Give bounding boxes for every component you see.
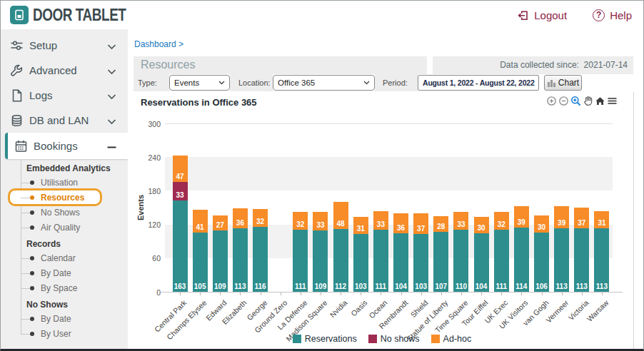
database-icon (10, 113, 24, 127)
sidebar-item-db-and-lan[interactable]: DB and LAN (1, 108, 128, 133)
bar-segment-ad-hoc: 37 (574, 208, 589, 228)
bar-value-label: 33 (313, 221, 328, 229)
bar-segment-ad-hoc: 39 (554, 206, 569, 228)
bar-segment-ad-hoc: 41 (193, 210, 208, 233)
type-label: Type: (134, 74, 169, 91)
bar-segment-reservations: 104 (393, 233, 408, 292)
legend-item-reservations[interactable]: Reservations (293, 334, 357, 344)
bar-segment-reservations: 113 (233, 228, 248, 292)
bar-value-label: 39 (514, 218, 529, 226)
submenu-item-by-user[interactable]: By User (1, 326, 128, 341)
submenu-item-by-date[interactable]: By Date (1, 311, 128, 326)
bar-segment-ad-hoc: 33 (373, 211, 388, 230)
y-tick-label: 0 (139, 288, 161, 297)
bar-segment-reservations: 111 (373, 230, 388, 292)
expand-chevron-icon (107, 89, 116, 101)
bar-value-label: 107 (433, 283, 448, 290)
bar-value-label: 31 (353, 225, 368, 233)
bar-value-label: 32 (253, 218, 268, 225)
submenu-group-no-shows: No Shows (1, 295, 128, 311)
bar-value-label: 114 (514, 283, 529, 290)
sliders-icon (10, 39, 24, 52)
period-input[interactable]: August 1, 2022 - August 22, 2022 (418, 75, 539, 91)
bar-segment-ad-hoc: 37 (413, 213, 428, 234)
bar-value-label: 104 (474, 283, 489, 290)
submenu-item-by-date[interactable]: By Date (1, 265, 128, 280)
sidebar-item-advanced[interactable]: Advanced (1, 58, 128, 83)
sidebar-item-setup[interactable]: Setup (1, 33, 128, 58)
bar-value-label: 112 (333, 283, 348, 290)
bar-value-label: 105 (193, 283, 208, 290)
y-tick-label: 120 (139, 220, 161, 229)
bullet-icon (30, 317, 34, 321)
sidebar-item-logs[interactable]: Logs (1, 83, 128, 108)
wrench-icon (10, 63, 24, 77)
door-tablet-logo-icon (10, 6, 29, 24)
bar-segment-reservations: 113 (554, 228, 569, 292)
bar-value-label: 109 (213, 283, 228, 290)
bar-value-label: 111 (494, 283, 509, 290)
bar-value-label: 39 (554, 219, 569, 227)
bar-segment-reservations: 113 (574, 228, 589, 292)
bar-value-label: 111 (373, 283, 388, 290)
help-button[interactable]: ? Help (593, 9, 632, 21)
bar-segment-ad-hoc: 47 (173, 156, 188, 182)
bar-segment-reservations: 109 (213, 230, 228, 292)
help-icon: ? (593, 9, 605, 21)
page-title: Resources (141, 58, 195, 71)
bar-value-label: 32 (293, 220, 308, 228)
y-tick-label: 300 (139, 120, 161, 128)
sidebar-item-bookings[interactable]: Bookings (5, 133, 128, 159)
location-select[interactable]: Office 365 (273, 75, 375, 91)
bar-segment-ad-hoc: 32 (494, 212, 509, 230)
bar-segment-ad-hoc: 36 (393, 213, 408, 233)
main-content: Dashboard > Resources Data collected sin… (128, 29, 644, 351)
collapse-icon (107, 140, 116, 152)
legend-item-ad-hoc[interactable]: Ad-hoc (431, 334, 472, 344)
bar-value-label: 110 (453, 283, 468, 290)
submenu-item-resources[interactable]: Resources (1, 190, 128, 205)
filter-row: Type: Events Location: Office 365 Period… (134, 74, 633, 91)
sidebar: SetupAdvancedLogsDB and LANBookings Embe… (1, 29, 128, 351)
chart-plot: 060120180240300Events1633347Central Park… (134, 92, 633, 351)
app-logo: DOOR TABLET (10, 6, 141, 24)
bookings-submenu: Embedded AnalyticsUtilisationResourcesNo… (1, 159, 128, 341)
bar-value-label: 106 (534, 283, 549, 290)
bar-segment-ad-hoc: 30 (534, 215, 549, 233)
period-label: Period: (375, 74, 418, 91)
app-window: DOOR TABLET Logout ? Help SetupAdvancedL… (0, 0, 644, 351)
submenu-item-by-space[interactable]: By Space (1, 280, 128, 295)
chart-card: Reservations in Office 365 0601201802403… (134, 92, 633, 351)
breadcrumb[interactable]: Dashboard > (134, 39, 183, 49)
chart-button[interactable]: Chart (544, 75, 582, 91)
chart-legend: ReservationsNo showsAd-hoc (134, 334, 630, 344)
bar-value-label: 30 (474, 224, 489, 232)
bullet-icon (30, 271, 34, 275)
bar-segment-reservations: 107 (433, 232, 448, 292)
bar-segment-ad-hoc: 33 (313, 212, 328, 230)
bar-segment-ad-hoc: 48 (333, 202, 348, 229)
bullet-icon (30, 332, 34, 336)
submenu-item-no-shows[interactable]: No Shows (1, 205, 128, 220)
bar-segment-ad-hoc: 27 (213, 215, 228, 230)
app-title: DOOR TABLET (33, 5, 126, 26)
bar-segment-reservations: 116 (253, 227, 268, 292)
expand-chevron-icon (107, 114, 116, 126)
bar-value-label: 37 (413, 225, 428, 233)
legend-item-no-shows[interactable]: No shows (368, 334, 420, 344)
data-collected-bar: Data collected since: 2021-07-14 (433, 56, 633, 74)
type-select[interactable]: Events (169, 75, 230, 91)
bar-value-label: 30 (534, 223, 549, 231)
bar-value-label: 111 (293, 283, 308, 290)
bar-segment-ad-hoc: 30 (474, 217, 489, 234)
y-tick-label: 60 (139, 254, 161, 263)
logout-button[interactable]: Logout (517, 9, 567, 21)
bar-segment-ad-hoc: 31 (594, 211, 609, 228)
bar-value-label: 103 (353, 283, 368, 290)
submenu-item-air-quality[interactable]: Air Quality (1, 220, 128, 235)
bar-chart-icon (547, 78, 556, 87)
submenu-item-calendar[interactable]: Calendar (1, 250, 128, 265)
bar-segment-reservations: 113 (594, 228, 609, 292)
bar-segment-ad-hoc: 28 (433, 216, 448, 232)
submenu-item-utilisation[interactable]: Utilisation (1, 175, 128, 190)
